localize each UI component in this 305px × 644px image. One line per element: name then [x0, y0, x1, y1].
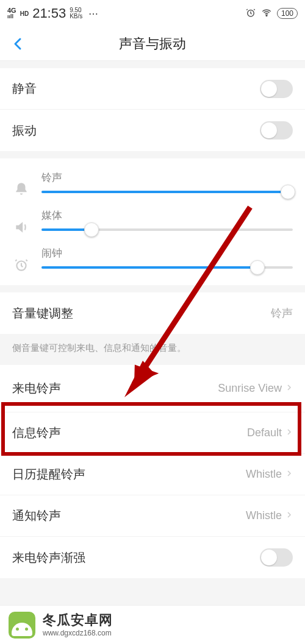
vibrate-toggle[interactable]	[260, 121, 293, 140]
chevron-right-icon	[285, 427, 293, 439]
mute-label: 静音	[12, 80, 37, 97]
vibrate-label: 振动	[12, 122, 37, 139]
wifi-icon	[261, 7, 272, 20]
vibrate-row[interactable]: 振动	[0, 110, 305, 151]
clock-icon	[12, 246, 30, 273]
data-rate: 9.50 KB/s	[70, 7, 82, 19]
page-title: 声音与振动	[119, 35, 186, 53]
bell-icon	[12, 171, 30, 197]
calendar-ringtone-row[interactable]: 日历提醒铃声 Whistle	[0, 454, 305, 495]
volume-key-row[interactable]: 音量键调整 铃声	[0, 292, 305, 334]
ascending-ringtone-toggle[interactable]	[260, 548, 293, 567]
mute-toggle[interactable]	[260, 80, 293, 98]
page-header: 声音与振动	[0, 27, 305, 61]
notification-ringtone-value: Whistle	[246, 509, 282, 522]
incoming-ringtone-row[interactable]: 来电铃声 Sunrise View	[0, 365, 305, 412]
message-ringtone-label: 信息铃声	[12, 425, 61, 441]
speaker-icon	[12, 208, 30, 235]
message-ringtone-row[interactable]: 信息铃声 Default	[0, 412, 305, 454]
incoming-ringtone-label: 来电铃声	[12, 380, 61, 397]
alarm-slider-label: 闹钟	[41, 246, 293, 260]
notification-ringtone-row[interactable]: 通知铃声 Whistle	[0, 495, 305, 537]
chevron-right-icon	[285, 383, 293, 395]
calendar-ringtone-value: Whistle	[246, 468, 282, 481]
watermark-footer: 冬瓜安卓网 www.dgxcdz168.com	[0, 605, 305, 644]
ringtone-slider-label: 铃声	[41, 171, 293, 185]
mute-row[interactable]: 静音	[0, 68, 305, 110]
ringtone-slider[interactable]	[41, 191, 293, 193]
watermark-url: www.dgxcdz168.com	[43, 629, 113, 637]
network-indicator: 4G ııll	[7, 7, 16, 19]
alarm-icon	[245, 7, 256, 20]
ascending-ringtone-row[interactable]: 来电铃声渐强	[0, 537, 305, 578]
ascending-ringtone-label: 来电铃声渐强	[12, 550, 85, 566]
hd-indicator: HD	[20, 10, 29, 17]
status-bar: 4G ııll HD 21:53 9.50 KB/s ⋯ 100	[0, 0, 305, 27]
volume-key-desc: 侧音量键可控制来电、信息和通知的音量。	[0, 334, 305, 365]
chevron-right-icon	[285, 510, 293, 522]
volume-sliders: 铃声 媒体 闹钟	[0, 158, 305, 285]
chevron-right-icon	[285, 469, 293, 481]
more-icon: ⋯	[88, 8, 99, 19]
battery-indicator: 100	[277, 8, 298, 19]
android-logo-icon	[9, 612, 35, 639]
media-slider[interactable]	[41, 228, 293, 231]
watermark-title: 冬瓜安卓网	[43, 612, 113, 628]
incoming-ringtone-value: Sunrise View	[218, 382, 282, 395]
notification-ringtone-label: 通知铃声	[12, 508, 61, 524]
svg-point-1	[266, 15, 267, 16]
alarm-slider[interactable]	[41, 266, 293, 269]
media-slider-label: 媒体	[41, 208, 293, 222]
status-time: 21:53	[32, 5, 66, 21]
calendar-ringtone-label: 日历提醒铃声	[12, 466, 85, 483]
volume-key-label: 音量键调整	[12, 305, 73, 322]
message-ringtone-value: Default	[247, 426, 282, 439]
back-button[interactable]	[5, 27, 32, 60]
volume-key-value: 铃声	[271, 306, 293, 320]
